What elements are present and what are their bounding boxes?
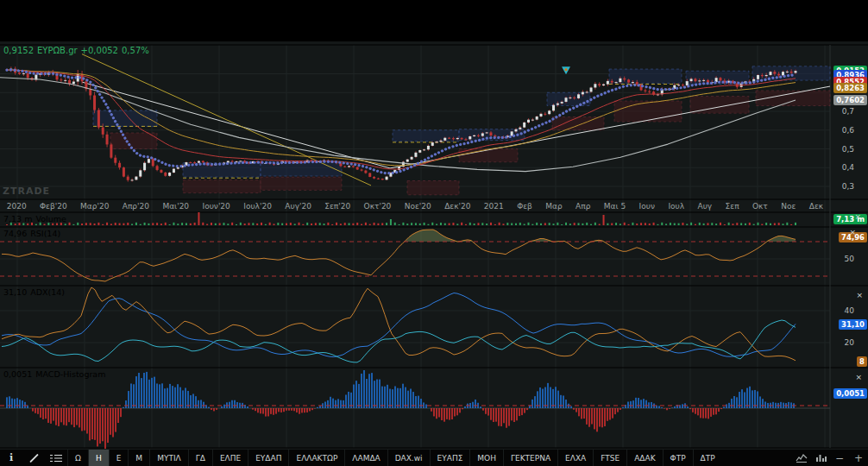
- symbol-name: ΕΥΡΩΒ.gr: [37, 46, 78, 55]
- x-axis-label: Απρ: [576, 202, 590, 211]
- info-icon[interactable]: i: [0, 450, 22, 466]
- rsi-name: RSI(14): [30, 229, 60, 238]
- y-axis-tick: 50: [845, 255, 854, 263]
- x-axis-label: Σεπ: [726, 202, 739, 211]
- volume-axis-badge: 7,13 m: [833, 214, 867, 224]
- x-axis-label: Οκτ: [752, 202, 768, 211]
- close-icon[interactable]: ×: [856, 292, 863, 299]
- volume-value: 7,13 m: [3, 214, 32, 224]
- price-change-pct: 0,57%: [122, 46, 149, 55]
- x-axis-label: Ιουν'20: [203, 202, 230, 211]
- symbol-button-ΔΤΡ[interactable]: ΔΤΡ: [693, 450, 722, 466]
- last-price: 0,9152: [3, 46, 34, 55]
- macd-value: 0,0051: [3, 369, 32, 379]
- close-icon[interactable]: ×: [855, 374, 862, 381]
- symbol-button-ΕΛΛΑΚΤΩΡ[interactable]: ΕΛΛΑΚΤΩΡ: [288, 450, 344, 466]
- line-chart-icon[interactable]: [792, 450, 811, 466]
- adx-axis-badge: 31,10: [839, 319, 867, 330]
- y-axis-tick: 0,4: [842, 163, 854, 172]
- close-icon[interactable]: ×: [854, 213, 861, 220]
- volume-name: Volume: [35, 214, 66, 224]
- price-axis-badge: 0,8263: [833, 83, 867, 93]
- x-axis-label: Ιουλ'20: [243, 202, 272, 211]
- y-axis-tick: 0,7: [842, 107, 854, 116]
- x-axis-label: Μαρ'20: [80, 202, 109, 211]
- x-axis-label: 2021: [484, 202, 504, 211]
- symbol-button-ΓΕΚΤΕΡΝΑ[interactable]: ΓΕΚΤΕΡΝΑ: [503, 450, 557, 466]
- bottom-toolbar: i ΩHEMΜΥΤΙΛΓΔΕΛΠΕΕΥΔΑΠΕΛΛΑΚΤΩΡΛΑΜΔΑDAX.w…: [0, 449, 868, 466]
- symbol-button-ΜΟΗ[interactable]: ΜΟΗ: [469, 450, 503, 466]
- x-axis-label: Νοε'20: [405, 202, 431, 211]
- timeframe-button-E[interactable]: E: [109, 450, 129, 466]
- macd-pane-label: 0,0051MACD-Histogram: [3, 369, 109, 379]
- y-axis-tick: 0,6: [842, 126, 854, 135]
- y-axis-tick: 40: [845, 306, 854, 315]
- toolbar-buttons: ΩHEMΜΥΤΙΛΓΔΕΛΠΕΕΥΔΑΠΕΛΛΑΚΤΩΡΛΑΜΔΑDAX.wiΕ…: [67, 450, 722, 466]
- adx-pane-label: 31,10ADX(14): [3, 287, 68, 297]
- x-axis-label: Ιουν: [639, 202, 655, 211]
- y-axis-tick: 20: [845, 338, 854, 347]
- symbol-button-ΑΔΑΚ[interactable]: ΑΔΑΚ: [626, 450, 662, 466]
- x-axis-label: Δεκ: [809, 202, 823, 211]
- x-axis-label: Φεβ: [517, 202, 532, 211]
- adx-name: ADX(14): [30, 287, 65, 297]
- symbol-legend: 0,9152ΕΥΡΩΒ.gr+0,00520,57%: [3, 46, 153, 55]
- macd-name: MACD-Histogram: [35, 369, 105, 379]
- zoom-in-button[interactable]: +: [849, 450, 868, 466]
- symbol-button-ΓΔ[interactable]: ΓΔ: [188, 450, 212, 466]
- adx-value: 31,10: [3, 287, 27, 297]
- x-axis[interactable]: 2020Φεβ'20Μαρ'20Απρ'20Μαι'20Ιουν'20Ιουλ'…: [0, 200, 830, 211]
- y-axis-tick: 0,3: [842, 182, 854, 191]
- symbol-button-ΕΛΧΑ[interactable]: ΕΛΧΑ: [557, 450, 593, 466]
- symbol-button-ΦΤΡ[interactable]: ΦΤΡ: [663, 450, 693, 466]
- list-icon[interactable]: [45, 450, 67, 466]
- x-axis-label: Μαρ: [545, 202, 562, 211]
- close-icon[interactable]: ×: [849, 229, 856, 236]
- symbol-button-ΛΑΜΔΑ[interactable]: ΛΑΜΔΑ: [344, 450, 387, 466]
- macd-axis-badge: 0,0051: [833, 388, 867, 399]
- x-axis-label: Φεβ'20: [40, 202, 67, 211]
- x-axis-label: Μαι 5: [604, 202, 626, 211]
- x-axis-label: Μαι'20: [162, 202, 189, 211]
- app-watermark: ZTRADE: [3, 186, 50, 197]
- symbol-button-DAX.wi[interactable]: DAX.wi: [387, 450, 430, 466]
- x-axis-label: Αυγ'20: [285, 202, 311, 211]
- timeframe-button-Ω[interactable]: Ω: [67, 450, 88, 466]
- rsi-pane-label: 74,96RSI(14): [3, 229, 64, 238]
- symbol-button-ΕΥΑΠΣ[interactable]: ΕΥΑΠΣ: [430, 450, 470, 466]
- histogram-icon[interactable]: [811, 450, 830, 466]
- chart-canvas[interactable]: [0, 0, 868, 466]
- y-axis-tick: 0,5: [842, 145, 854, 154]
- price-change: +0,0052: [81, 46, 118, 55]
- x-axis-label: 2020: [7, 202, 27, 211]
- x-axis-label: Οκτ'20: [364, 202, 392, 211]
- symbol-button-ΕΛΠΕ[interactable]: ΕΛΠΕ: [212, 450, 248, 466]
- x-axis-label: Απρ'20: [123, 202, 149, 211]
- x-axis-label: Ιουλ: [668, 202, 684, 211]
- timeframe-button-H[interactable]: H: [88, 450, 109, 466]
- timeframe-button-M[interactable]: M: [128, 450, 149, 466]
- symbol-button-ΜΥΤΙΛ[interactable]: ΜΥΤΙΛ: [149, 450, 188, 466]
- adx-axis-badge: 8: [857, 356, 867, 367]
- symbol-button-FTSE[interactable]: FTSE: [593, 450, 626, 466]
- x-axis-label: Δεκ'20: [444, 202, 470, 211]
- zoom-out-button[interactable]: −: [830, 450, 849, 466]
- volume-pane-label: 7,13 mVolume: [3, 214, 70, 224]
- x-axis-label: Σεπ'20: [324, 202, 350, 211]
- rsi-value: 74,96: [3, 229, 27, 238]
- x-axis-label: Νοε: [781, 202, 796, 211]
- trading-app-window: 0,9152ΕΥΡΩΒ.gr+0,00520,57% ZTRADE 7,13 m…: [0, 0, 868, 466]
- symbol-button-ΕΥΔΑΠ[interactable]: ΕΥΔΑΠ: [248, 450, 288, 466]
- price-axis-badge: 0,7602: [833, 95, 867, 105]
- x-axis-label: Αυγ: [697, 202, 712, 211]
- toolbar-right: − +: [792, 450, 868, 466]
- pencil-icon[interactable]: [22, 450, 45, 466]
